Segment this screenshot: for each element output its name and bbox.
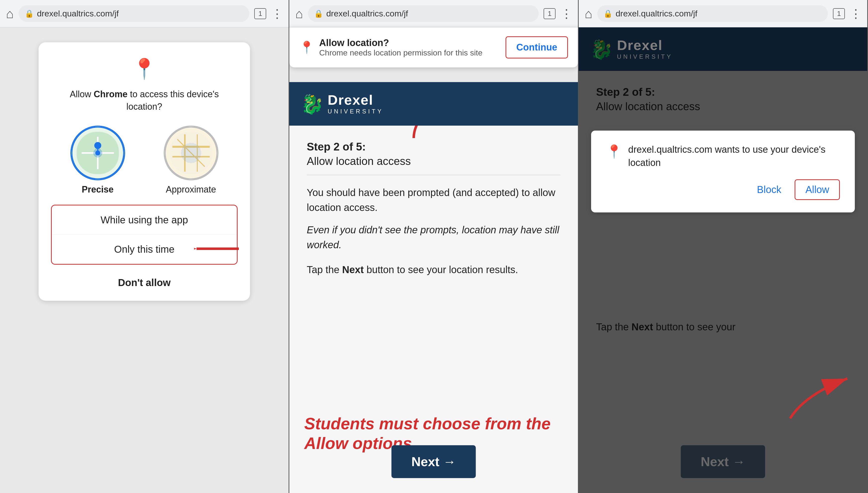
secure-icon-3: 🔒	[603, 9, 613, 18]
home-icon-2: ⌂	[295, 6, 303, 21]
menu-icon-1[interactable]: ⋮	[271, 7, 282, 21]
popup-location-icon: 📍	[299, 41, 314, 55]
next-button-2[interactable]: Next →	[391, 445, 476, 478]
precise-option[interactable]: Precise	[70, 126, 125, 195]
location-pin-large-icon: 📍	[51, 57, 238, 81]
dialog-title: Allow Chrome to access this device's loc…	[51, 88, 238, 113]
location-permission-dialog: 📍 Allow Chrome to access this device's l…	[39, 42, 250, 301]
url-bar-1[interactable]: 🔒 drexel.qualtrics.com/jf	[19, 5, 249, 22]
precise-map-image	[70, 126, 125, 180]
android-location-dialog-area: 📍 Allow Chrome to access this device's l…	[0, 27, 289, 493]
svg-point-6	[94, 142, 101, 149]
step-body2-2: Even if you didn't see the prompts, loca…	[307, 222, 560, 252]
url-bar-3[interactable]: 🔒 drexel.qualtrics.com/jf	[597, 5, 828, 22]
chrome-dialog-message: drexel.qualtrics.com wants to use your d…	[628, 143, 840, 169]
browser-bar-2: ⌂ 🔒 drexel.qualtrics.com/jf 1 ⋮	[289, 0, 578, 27]
svg-text:🐉: 🐉	[300, 93, 322, 115]
svg-point-15	[181, 143, 201, 163]
step-heading-2: Step 2 of 5:	[307, 141, 560, 153]
approx-map-image	[164, 126, 218, 180]
panel-desktop-chrome: ⌂ 🔒 drexel.qualtrics.com/jf 1 ⋮ 🐉 Drexel…	[579, 0, 868, 493]
allow-button[interactable]: Allow	[795, 179, 840, 200]
panel-android-permission: ⌂ 🔒 drexel.qualtrics.com/jf 1 ⋮ 📍 Allow …	[0, 0, 289, 493]
precise-label: Precise	[82, 184, 113, 195]
browser-bar-1: ⌂ 🔒 drexel.qualtrics.com/jf 1 ⋮	[0, 0, 289, 27]
approx-label: Approximate	[166, 184, 216, 195]
drexel-dragon-logo: 🐉	[299, 93, 322, 115]
menu-icon-2[interactable]: ⋮	[560, 7, 572, 21]
panel-middle: ⌂ 🔒 drexel.qualtrics.com/jf 1 ⋮ 📍 Allow …	[289, 0, 579, 493]
drexel-header-2: 🐉 Drexel UNIVERSITY	[289, 82, 578, 126]
popup-subtitle: Chrome needs location permission for thi…	[319, 48, 501, 58]
secure-icon-2: 🔒	[314, 9, 323, 18]
block-button[interactable]: Block	[751, 180, 787, 199]
chrome-dialog-content: 📍 drexel.qualtrics.com wants to use your…	[606, 143, 840, 169]
chrome-pin-icon: 📍	[606, 144, 622, 159]
home-icon: ⌂	[6, 6, 14, 21]
browser-bar-3: ⌂ 🔒 drexel.qualtrics.com/jf 1 ⋮	[579, 0, 867, 27]
allow-location-popup: 📍 Allow location? Chrome needs location …	[289, 27, 578, 67]
header-overlay	[579, 27, 867, 71]
continue-button[interactable]: Continue	[506, 36, 568, 59]
menu-icon-3[interactable]: ⋮	[850, 7, 861, 21]
arrow-to-allow	[778, 349, 852, 423]
map-options-row: Precise	[51, 126, 238, 195]
tab-badge-2: 1	[544, 8, 555, 19]
divider-2	[307, 175, 560, 175]
popup-text-area: Allow location? Chrome needs location pe…	[319, 38, 501, 58]
secure-icon-1: 🔒	[25, 9, 34, 18]
popup-title: Allow location?	[319, 38, 501, 48]
tab-badge-3: 1	[833, 8, 845, 19]
url-text-1: drexel.qualtrics.com/jf	[37, 9, 119, 18]
home-icon-3: ⌂	[585, 6, 592, 21]
arrow-to-popup	[401, 126, 476, 141]
approx-option[interactable]: Approximate	[164, 126, 218, 195]
drexel-name: Drexel	[327, 93, 383, 107]
url-text-3: drexel.qualtrics.com/jf	[615, 9, 697, 18]
url-text-2: drexel.qualtrics.com/jf	[326, 9, 408, 18]
step-subheading-2: Allow location access	[307, 155, 560, 167]
step-body1-2: You should have been prompted (and accep…	[307, 185, 560, 215]
tab-badge-1: 1	[254, 8, 266, 19]
chrome-location-dialog: 📍 drexel.qualtrics.com wants to use your…	[591, 131, 855, 212]
choice-while-using[interactable]: While using the app	[52, 206, 237, 235]
dont-allow-option[interactable]: Don't allow	[51, 272, 238, 293]
page-content-2: Step 2 of 5: Allow location access You s…	[289, 126, 578, 493]
drexel-logo-text: Drexel UNIVERSITY	[327, 93, 383, 115]
drexel-sub: UNIVERSITY	[327, 108, 383, 115]
url-bar-2[interactable]: 🔒 drexel.qualtrics.com/jf	[308, 5, 538, 22]
arrow-to-choices	[194, 241, 244, 256]
step-body3-2: Tap the Next button to see your location…	[307, 262, 560, 277]
chrome-dialog-buttons: Block Allow	[606, 179, 840, 200]
